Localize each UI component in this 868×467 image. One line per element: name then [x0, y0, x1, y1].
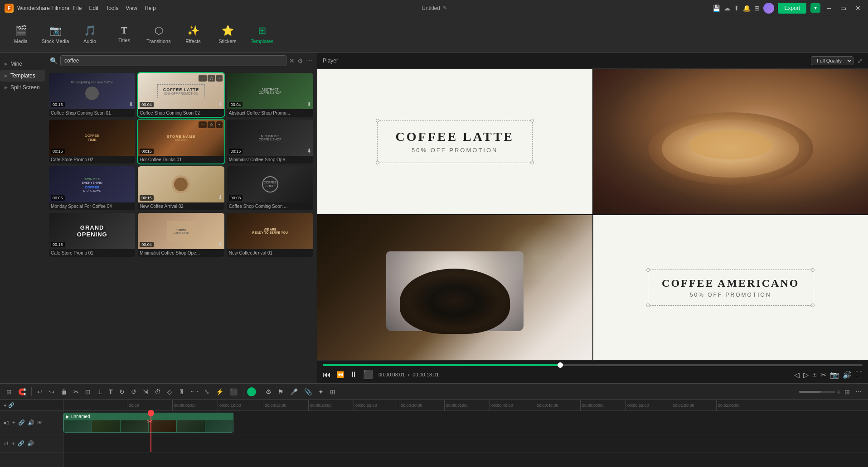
audio-track-add-icon[interactable]: +	[12, 440, 15, 447]
record-button[interactable]	[247, 387, 256, 396]
template-download-2[interactable]: ⬇	[218, 101, 223, 107]
clip-button[interactable]: 📎	[302, 387, 314, 396]
mask-button[interactable]: ◇	[165, 387, 174, 396]
template-add-btn-2[interactable]: +	[216, 75, 223, 82]
progress-bar[interactable]	[323, 364, 863, 366]
pause-button[interactable]: ⏸	[349, 370, 358, 380]
template-card-4[interactable]: COFFEE TIME 00:15 Cafe Store Promo 02	[49, 120, 135, 164]
nav-mine[interactable]: ▶ Mine	[0, 58, 45, 70]
snapshot-button[interactable]: 📷	[830, 371, 839, 379]
edit-icon[interactable]: ✎	[443, 5, 447, 11]
tool-stickers[interactable]: ⭐ Stickers	[211, 19, 244, 50]
template-card-7[interactable]: 70% OFF EVERYTHING COFFEE STORE NAME 00:…	[49, 166, 135, 210]
speed-button[interactable]: ⚡	[214, 387, 225, 396]
audio-detach-button[interactable]: ⤡	[202, 387, 211, 396]
template-add-btn-5[interactable]: +	[216, 121, 223, 128]
template-download-11[interactable]: ⬇	[218, 241, 223, 247]
filter-button[interactable]: ⚙	[297, 57, 303, 64]
trim-button[interactable]: ✂	[820, 371, 826, 379]
template-more-btn-2[interactable]: ⋯	[199, 75, 207, 82]
undo-button[interactable]: ↩	[35, 387, 44, 396]
cut-button[interactable]: ✂	[72, 387, 81, 396]
zoom-bar[interactable]	[799, 391, 835, 393]
search-input[interactable]	[60, 55, 286, 66]
zoom-out-button[interactable]: −	[794, 388, 797, 395]
skip-back-button[interactable]: ⏮	[323, 370, 331, 380]
audio-adjust-button[interactable]: 🎚	[177, 387, 187, 396]
delete-button[interactable]: 🗑	[59, 387, 69, 396]
timer-button[interactable]: ⏱	[153, 387, 163, 396]
tool-titles[interactable]: T Titles	[108, 19, 141, 50]
template-card-5[interactable]: STORE NAME EST 2020 00:15 ⋯ ☆ +	[138, 120, 224, 164]
tool-templates[interactable]: ⊞ Templates	[246, 19, 278, 50]
more-button[interactable]: ⋯	[306, 57, 312, 64]
template-card-11[interactable]: Finest Coffee Shop 00:04 ⬇ Minimalist Co…	[138, 213, 224, 257]
ai-cut-button[interactable]: ✦	[316, 387, 325, 396]
template-fav-btn-2[interactable]: ☆	[208, 75, 215, 82]
close-button[interactable]: ✕	[853, 5, 863, 12]
add-track-button[interactable]: ⊞	[5, 387, 14, 396]
effects-tl-button[interactable]: ⚙	[264, 387, 273, 396]
template-card-2[interactable]: COFFEE LATTE 50% OFF PROMOTION 00:04 ⬇ ⋯…	[138, 73, 224, 117]
stop-button[interactable]: ⬛	[363, 370, 373, 380]
rotate-button[interactable]: ↻	[117, 387, 126, 396]
template-card-10[interactable]: GRAND OPENING 00:15 Cafe Store Promo 01	[49, 213, 135, 257]
cloud-icon[interactable]: ☁	[724, 5, 730, 12]
template-download-8[interactable]: ⬇	[218, 194, 223, 201]
template-card-9[interactable]: COFFEESHOP 00:03 Coffee Shop Coming Soon…	[227, 166, 313, 210]
extra-button[interactable]: ⋯	[853, 387, 863, 396]
crop-tl-button[interactable]: ⊡	[83, 387, 92, 396]
prev-frame-button[interactable]: ◁	[794, 371, 800, 379]
nav-split-screen[interactable]: ▶ Split Screen	[0, 82, 45, 93]
menu-view[interactable]: View	[126, 5, 137, 11]
menu-tools[interactable]: Tools	[106, 5, 118, 11]
tool-audio[interactable]: 🎵 Audio	[73, 19, 106, 50]
template-download-3[interactable]: ⬇	[307, 101, 311, 107]
template-download-1[interactable]: ⬇	[129, 101, 133, 107]
template-download-6[interactable]: ⬇	[307, 148, 311, 154]
upload-icon[interactable]: ⬆	[734, 5, 739, 12]
color-match-button[interactable]: ⬛	[228, 387, 239, 396]
minimize-button[interactable]: ─	[824, 5, 834, 12]
track-add-icon[interactable]: +	[12, 419, 15, 426]
crop-button[interactable]: ⊞	[812, 371, 817, 379]
player-expand-icon[interactable]: ⤢	[857, 57, 863, 64]
audio-button[interactable]: 🔊	[843, 371, 852, 379]
template-more-btn-5[interactable]: ⋯	[199, 121, 207, 128]
maximize-button[interactable]: ▭	[838, 5, 849, 12]
tool-media[interactable]: 🎬 Media	[5, 19, 37, 50]
redo-button[interactable]: ↪	[47, 387, 56, 396]
split-audio-button[interactable]: ⊥	[95, 387, 104, 396]
resize-button[interactable]: ⇲	[141, 387, 150, 396]
flip-button[interactable]: ↺	[129, 387, 138, 396]
tool-stock-media[interactable]: 📷 Stock Media	[39, 19, 72, 50]
audio-track-mute-icon[interactable]: 🔊	[27, 440, 34, 447]
track-link-icon[interactable]: 🔗	[18, 419, 25, 426]
menu-help[interactable]: Help	[145, 5, 156, 11]
user-avatar[interactable]	[763, 3, 774, 14]
template-card-3[interactable]: ABSTRACT COFFEE SHOP 00:04 ⬇ Abstract Co…	[227, 73, 313, 117]
text-button[interactable]: T	[107, 387, 115, 396]
track-eye-icon[interactable]: 👁	[37, 419, 43, 426]
audio-track-link-icon[interactable]: 🔗	[18, 440, 24, 447]
link-button[interactable]: 🔗	[8, 402, 15, 408]
tool-transitions[interactable]: ⬡ Transitions	[142, 19, 175, 50]
template-card-12[interactable]: WE ARE READY TO SERVE YOU New Coffee Arr…	[227, 213, 313, 257]
search-clear-button[interactable]: ✕	[289, 57, 295, 64]
playhead[interactable]: ✂	[150, 411, 151, 434]
waveform-button[interactable]: 〰	[189, 387, 199, 396]
template-fav-btn-5[interactable]: ☆	[208, 121, 215, 128]
tool-effects[interactable]: ✨ Effects	[177, 19, 209, 50]
save-icon[interactable]: 💾	[713, 5, 720, 12]
notification-icon[interactable]: 🔔	[743, 5, 751, 12]
export-button[interactable]: MediaExport	[778, 3, 806, 14]
zoom-in-button[interactable]: +	[837, 388, 841, 395]
nav-templates[interactable]: ▶ Templates	[0, 70, 45, 82]
template-card-8[interactable]: 00:15 ⬇ New Coffee Arrival 02	[138, 166, 224, 210]
template-card-1[interactable]: the beginning of a new Coffee 00:16 ⬇ Co…	[49, 73, 135, 117]
export-dropdown-arrow[interactable]: ▼	[810, 3, 820, 13]
track-audio-icon[interactable]: 🔊	[28, 419, 34, 426]
add-media-button[interactable]: +	[4, 403, 6, 408]
step-back-button[interactable]: ⏪	[336, 371, 344, 378]
grid-icon[interactable]: ⊞	[754, 5, 760, 12]
